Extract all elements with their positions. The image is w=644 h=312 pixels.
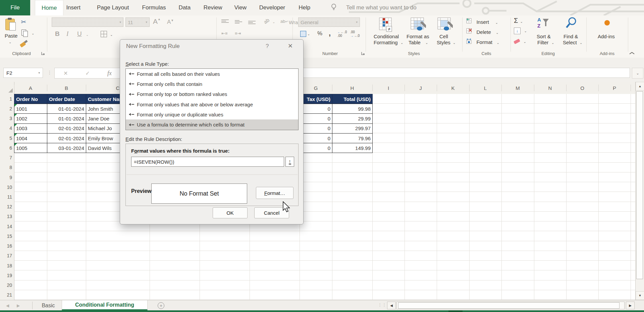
tab-view[interactable]: View xyxy=(228,0,253,15)
tab-file[interactable]: File xyxy=(0,0,30,15)
insert-cells-button[interactable]: Insert ⌄ xyxy=(466,18,498,25)
table-header-cell[interactable]: Total (USD) xyxy=(332,94,373,104)
vertical-scrollbar[interactable]: ▲ ▼ xyxy=(635,82,644,300)
row-header-7[interactable]: 7 xyxy=(0,153,12,162)
borders-dropdown[interactable]: ⌄ xyxy=(110,33,113,37)
select-all-button[interactable] xyxy=(0,82,14,94)
column-header-N[interactable]: N xyxy=(534,82,566,94)
scroll-left-icon[interactable]: ◀ xyxy=(387,302,396,309)
tab-data[interactable]: Data xyxy=(172,0,197,15)
tab-review[interactable]: Review xyxy=(197,0,229,15)
table-cell[interactable]: 99.98 xyxy=(332,104,373,114)
accounting-format-icon[interactable] xyxy=(300,31,306,37)
formula-bar-expand-icon[interactable]: ⌄ xyxy=(632,68,643,79)
table-cell[interactable]: 1004 xyxy=(14,133,47,143)
paste-dropdown[interactable]: ⌄ xyxy=(9,40,11,44)
sheet-tab-conditional-formatting[interactable]: Conditional Formatting xyxy=(62,300,148,311)
copy-dropdown[interactable]: ⌄ xyxy=(32,32,34,35)
bold-button[interactable]: B xyxy=(55,30,60,38)
table-cell[interactable]: 01-01-2024 xyxy=(47,104,86,114)
table-cell[interactable]: 149.99 xyxy=(332,143,373,153)
tab-splitter-dots[interactable]: ⋮⋮ xyxy=(378,302,386,307)
sheet-grid[interactable]: 123456789101112131415161718192021 Order … xyxy=(0,94,636,300)
rule-type-list[interactable]: Format all cells based on their valuesFo… xyxy=(125,68,299,130)
column-header-A[interactable]: A xyxy=(14,82,47,94)
conditional-formatting-button[interactable]: ≠ Conditional Formatting ⌄ xyxy=(371,17,403,48)
rule-type-item[interactable]: Format only top or bottom ranked values xyxy=(126,89,298,99)
table-cell[interactable]: 02-01-2024 xyxy=(47,133,86,143)
horizontal-scroll-thumb[interactable] xyxy=(398,302,620,309)
format-cells-button[interactable]: Format ⌄ xyxy=(466,38,499,45)
row-header-14[interactable]: 14 xyxy=(0,221,12,231)
rule-type-item[interactable]: Format only cells that contain xyxy=(126,79,298,89)
column-header-J[interactable]: J xyxy=(405,82,437,94)
table-cell[interactable]: 01-01-2024 xyxy=(47,113,86,123)
top-align-icon[interactable] xyxy=(221,19,229,23)
table-cell[interactable]: 0 xyxy=(300,143,332,153)
format-button[interactable]: Format… xyxy=(256,187,293,199)
cut-icon[interactable]: ✂ xyxy=(21,18,26,26)
table-cell[interactable]: 1002 xyxy=(14,113,47,123)
row-header-12[interactable]: 12 xyxy=(0,202,12,212)
cell-styles-button[interactable]: Cell Styles ⌄ xyxy=(433,17,457,48)
tab-insert[interactable]: Insert xyxy=(60,0,87,15)
row-header-11[interactable]: 11 xyxy=(0,192,12,202)
decrease-font-icon[interactable]: A▼ xyxy=(167,19,174,25)
row-header-9[interactable]: 9 xyxy=(0,172,12,182)
table-cell[interactable]: 03-01-2024 xyxy=(47,143,86,153)
rule-type-item[interactable]: Format only unique or duplicate values xyxy=(126,109,298,119)
decrease-indent-icon[interactable]: ⇤≡ xyxy=(221,31,227,36)
row-header-18[interactable]: 18 xyxy=(0,261,12,270)
horizontal-scrollbar[interactable] xyxy=(396,302,625,309)
table-header-cell[interactable]: Order No xyxy=(14,94,47,104)
tab-help[interactable]: Help xyxy=(292,0,317,15)
column-header-K[interactable]: K xyxy=(437,82,469,94)
table-header-cell[interactable]: Order Date xyxy=(47,94,86,104)
table-cell[interactable]: 0 xyxy=(300,133,332,143)
table-cell[interactable]: 0 xyxy=(300,113,332,123)
row-header-1[interactable]: 1 xyxy=(0,94,12,104)
format-as-table-button[interactable]: Format as Table ⌄ xyxy=(405,17,432,48)
fill-button[interactable]: ↓ ⌄ xyxy=(514,28,527,34)
underline-dropdown[interactable]: ⌄ xyxy=(86,33,89,37)
tab-home[interactable]: Home xyxy=(35,0,63,16)
column-header-P[interactable]: P xyxy=(598,82,631,94)
clipboard-dialog-launcher[interactable] xyxy=(41,51,45,55)
insert-function-icon[interactable]: fx xyxy=(107,70,112,77)
increase-font-icon[interactable]: A▲ xyxy=(153,17,161,25)
scroll-down-icon[interactable]: ▼ xyxy=(636,291,644,300)
rule-type-item[interactable]: Format only values that are above or bel… xyxy=(126,99,298,109)
collapse-ribbon-icon[interactable] xyxy=(629,52,635,55)
row-header-6[interactable]: 6 xyxy=(0,143,12,153)
rule-type-item[interactable]: Use a formula to determine which cells t… xyxy=(126,119,298,129)
clear-button[interactable]: ⌄ xyxy=(514,38,526,44)
row-header-16[interactable]: 16 xyxy=(0,241,12,251)
row-header-20[interactable]: 20 xyxy=(0,280,12,290)
formula-bar-resize-dots[interactable]: ⋮ xyxy=(47,70,52,75)
next-sheet-icon[interactable]: ▶ xyxy=(17,303,20,308)
column-header-O[interactable]: O xyxy=(566,82,598,94)
number-dialog-launcher[interactable] xyxy=(361,51,365,55)
enter-entry-icon[interactable]: ✓ xyxy=(86,70,90,76)
dialog-close-icon[interactable]: ✕ xyxy=(288,42,293,50)
accounting-dropdown[interactable]: ⌄ xyxy=(307,32,310,36)
increase-decimal-icon[interactable]: ←←.0.00 xyxy=(337,30,347,38)
ok-button[interactable]: OK xyxy=(213,207,248,218)
row-header-21[interactable]: 21 xyxy=(0,290,12,300)
middle-align-icon[interactable] xyxy=(235,19,242,24)
row-header-10[interactable]: 10 xyxy=(0,182,12,192)
column-header-H[interactable]: H xyxy=(332,82,372,94)
sort-filter-button[interactable]: A Z Sort & Filter ⌄ xyxy=(532,17,557,48)
tell-me-search[interactable]: Tell me what you want to do xyxy=(346,4,417,11)
table-cell[interactable]: 0 xyxy=(300,123,332,134)
row-header-19[interactable]: 19 xyxy=(0,270,12,280)
row-header-8[interactable]: 8 xyxy=(0,163,12,172)
scroll-right-icon[interactable]: ▶ xyxy=(626,302,635,309)
comma-style-icon[interactable]: , xyxy=(329,29,331,38)
row-header-15[interactable]: 15 xyxy=(0,231,12,241)
bottom-align-icon[interactable] xyxy=(248,20,256,25)
orientation-icon[interactable]: ab xyxy=(263,17,270,25)
addins-button[interactable]: Add-ins xyxy=(590,17,624,48)
percent-style-icon[interactable]: % xyxy=(317,30,322,37)
borders-icon[interactable] xyxy=(101,31,107,37)
